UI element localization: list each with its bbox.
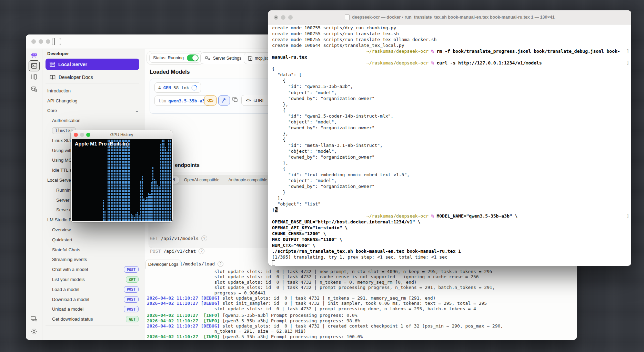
gpu-bar: [128, 139, 129, 221]
sidebar-toggle-icon[interactable]: [52, 38, 61, 45]
gpu-device-label: Apple M1 Pro (Built-In): [75, 141, 129, 147]
developer-terminal-icon[interactable]: [29, 60, 40, 71]
gears-icon: [205, 56, 211, 61]
log-line: 2026-04-02 11:10:27 [INFO] [qwen3.5-35b-…: [147, 334, 577, 339]
sidebar-item-local-server[interactable]: Local Server: [46, 59, 139, 70]
terminal-line: ~/raskumas/deepseek-ocr % MODEL_NAME="qw…: [272, 213, 631, 219]
gpu-bar: [155, 180, 157, 221]
sidebar-item[interactable]: Core⌄: [42, 106, 144, 116]
terminal-line: "id": "qwen2.5-coder-14b-instruct-mlx",: [272, 113, 631, 119]
endpoint-path: /api/v1/models: [161, 236, 199, 241]
file-icon: [248, 56, 252, 61]
tab-openai-compatible[interactable]: OpenAI-compatible: [180, 176, 224, 184]
developer-logs-panel[interactable]: slot update_slots: id 0 | task 4732 | ne…: [144, 268, 577, 340]
terminal-line: create mode 100755 scripts/run_translate…: [272, 31, 631, 37]
model-name: qwen3.5-35b-a3b: [169, 98, 208, 103]
zoom-button[interactable]: [86, 133, 90, 137]
log-line: slot update_slots: id 0 | task 4732 | pr…: [147, 306, 577, 311]
eye-preview-button[interactable]: [204, 95, 217, 105]
terminal-line: }%: [272, 207, 631, 213]
settings-gear-icon[interactable]: [29, 326, 39, 336]
minimize-button[interactable]: [281, 15, 285, 20]
sidebar-item[interactable]: Overview: [42, 225, 144, 235]
gpu-window-title: GPU History: [110, 132, 133, 137]
sidebar-item[interactable]: Unload a modelPOST: [42, 304, 144, 314]
sidebar-item[interactable]: Authentication: [42, 115, 144, 125]
terminal-line: "id": "qwen3.5-35b-a3b",: [272, 83, 631, 89]
terminal-line: "id": "meta-llama-3.1-8b-instruct",: [272, 142, 631, 148]
close-button[interactable]: [274, 15, 278, 20]
terminal-line: OPENAI_API_KEY="lm-studio" \: [272, 225, 631, 231]
gen-label: GEN: [163, 85, 171, 90]
gpu-bar: [145, 200, 146, 221]
busy-spinner-icon: [190, 83, 199, 92]
terminal-line: create mode 100644 scripts/translate_tex…: [272, 42, 631, 48]
sidebar-item[interactable]: Chat with a modelPOST: [42, 264, 144, 274]
help-icon[interactable]: ?: [199, 248, 204, 254]
help-icon[interactable]: ?: [218, 261, 223, 267]
close-button[interactable]: [31, 39, 36, 44]
loaded-models-heading: Loaded Models: [150, 69, 190, 75]
sidebar-item[interactable]: API Changelog: [42, 96, 144, 106]
model-search-icon[interactable]: [29, 84, 39, 94]
remote-device-icon[interactable]: [29, 314, 39, 324]
log-line: n_tokens = 291, size = 62.813 MiB): [147, 329, 577, 334]
model-type: llm: [158, 98, 166, 103]
gpu-bar: [170, 139, 171, 221]
zoom-button[interactable]: [46, 39, 50, 44]
columns-icon[interactable]: [29, 72, 39, 82]
terminal-line: "owned_by": "organization_owner": [272, 125, 631, 131]
sidebar-item-label: Unload a model: [52, 306, 83, 312]
sidebar-item[interactable]: Streaming events: [42, 255, 144, 265]
minimize-button[interactable]: [39, 39, 43, 44]
server-toggle[interactable]: [187, 54, 199, 61]
gpu-bar: [117, 139, 118, 221]
chevron-down-icon[interactable]: ⌄: [134, 108, 139, 113]
terminal-content[interactable]: create mode 100755 scripts/dry_run_chunk…: [268, 24, 631, 266]
method-badge: POST: [124, 296, 139, 303]
terminal-line: create mode 100755 scripts/run_translate…: [272, 37, 631, 42]
terminal-line: }: [272, 189, 631, 195]
sidebar-item-label: Local Server: [58, 62, 87, 67]
close-button[interactable]: [74, 133, 78, 137]
tab-anthropic-compatible[interactable]: Anthropic-compatible: [224, 176, 272, 184]
gpu-bar: [149, 194, 150, 221]
terminal-line: "object": "model",: [272, 178, 631, 183]
model-id-chip[interactable]: llm qwen3.5-35b-a3b: [154, 95, 211, 106]
sidebar-item[interactable]: Get download statusGET: [42, 314, 144, 324]
sidebar-item-developer-docs[interactable]: Developer Docs: [46, 72, 139, 82]
endpoint-path: /api/v1/chat: [163, 249, 196, 254]
sidebar-item[interactable]: Load a modelPOST: [42, 284, 144, 294]
terminal-line: ./scripts/run_translate_tex.sh book-manu…: [272, 248, 631, 254]
sidebar-item[interactable]: Introduction: [42, 86, 144, 96]
gpu-bar: [157, 184, 158, 221]
sidebar-item-label: Local Server: [47, 178, 72, 183]
help-icon[interactable]: ?: [201, 235, 207, 241]
gpu-bar: [163, 139, 164, 221]
sidebar-item[interactable]: Download a modelPOST: [42, 294, 144, 304]
minimize-button[interactable]: [80, 133, 84, 137]
code-icon: <>: [246, 98, 251, 103]
gpu-bar: [111, 139, 112, 221]
terminal-line: "owned_by": "organization_owner": [272, 95, 631, 101]
gpu-usage-bars: [72, 139, 172, 221]
sidebar-item[interactable]: Stateful Chats: [42, 245, 144, 255]
terminal-line: "object": "model",: [272, 148, 631, 154]
zoom-button[interactable]: [288, 15, 293, 20]
lmstudio-logo-icon[interactable]: [29, 50, 39, 61]
sidebar-item-label: Core: [47, 108, 57, 113]
terminal-line: ],: [272, 195, 631, 201]
sidebar-section-label: Developer: [47, 51, 69, 56]
server-settings-button[interactable]: Server Settings: [200, 52, 249, 64]
endpoint-row: POST/api/v1/chat?: [150, 248, 204, 254]
method-badge: POST: [124, 306, 139, 312]
log-line: slot update_slots: id 0 | task 4732 | n_…: [147, 280, 577, 285]
sidebar-item[interactable]: Quickstart: [42, 235, 144, 245]
tools-hammer-button[interactable]: [218, 95, 230, 105]
developer-logs-tab[interactable]: Developer Logs: [145, 260, 181, 269]
gpu-bar: [137, 212, 138, 221]
terminal-line: "object": "model",: [272, 90, 631, 95]
sidebar-item[interactable]: List your modelsGET: [42, 274, 144, 284]
log-line: 2026-04-02 11:10:27 [DEBUG] slot init_sa…: [147, 301, 577, 306]
copy-icon[interactable]: [232, 97, 238, 102]
